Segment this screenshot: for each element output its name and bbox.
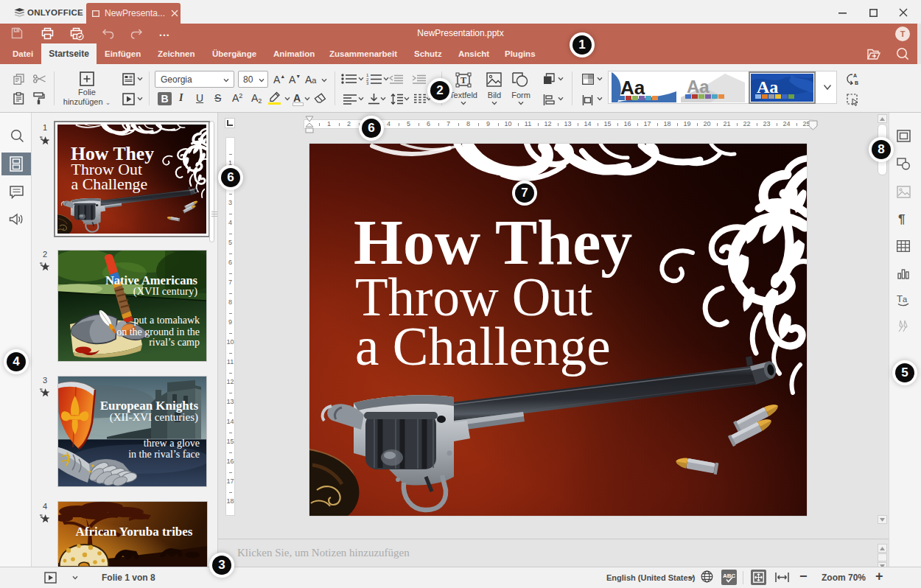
svg-text:3: 3 [366,81,369,85]
svg-text:rival’s camp: rival’s camp [149,337,200,348]
svg-text:in the rival’s face: in the rival’s face [128,449,200,460]
svg-text:(XVII century): (XVII century) [133,285,198,298]
svg-text:Aa: Aa [620,77,645,99]
svg-text:B: B [855,80,858,85]
svg-text:a: a [903,295,908,304]
svg-text:T: T [460,75,466,85]
svg-text:(XII-XVI centuries): (XII-XVI centuries) [110,411,198,424]
svg-text:African Yoruba tribes: African Yoruba tribes [76,525,193,539]
svg-text:Aa: Aa [757,77,778,97]
svg-text:Aa: Aa [687,77,710,97]
svg-text:on the ground in the: on the ground in the [116,326,200,337]
svg-text:T: T [897,293,903,304]
svg-text:put a tomahawk: put a tomahawk [134,315,200,326]
svg-text:A: A [853,73,857,78]
svg-text:threw a glove: threw a glove [144,438,200,449]
svg-text:ABC: ABC [723,573,735,579]
